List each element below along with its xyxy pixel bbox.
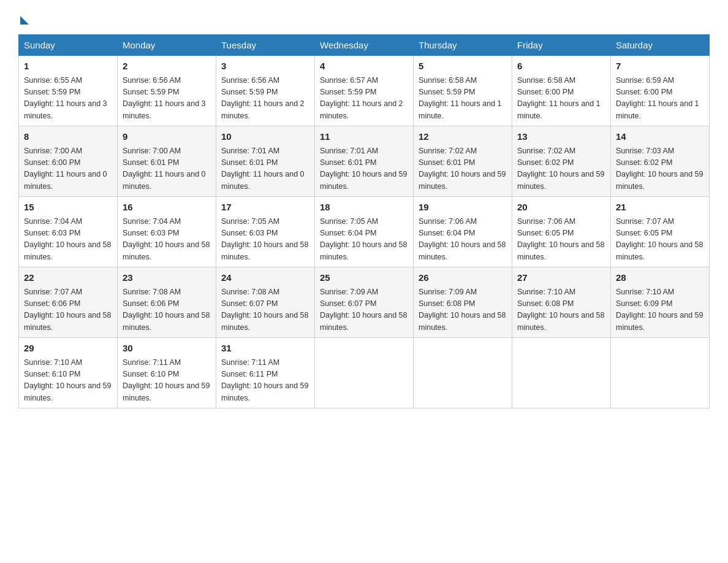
calendar-cell: 23Sunrise: 7:08 AMSunset: 6:06 PMDayligh…: [118, 267, 216, 338]
day-info: Sunrise: 7:00 AMSunset: 6:01 PMDaylight:…: [123, 145, 211, 193]
calendar-cell: 4Sunrise: 6:57 AMSunset: 5:59 PMDaylight…: [315, 56, 414, 126]
day-info: Sunrise: 7:02 AMSunset: 6:01 PMDaylight:…: [419, 145, 507, 193]
week-row-3: 15Sunrise: 7:04 AMSunset: 6:03 PMDayligh…: [19, 197, 710, 267]
day-info: Sunrise: 6:58 AMSunset: 6:00 PMDaylight:…: [517, 75, 605, 123]
day-number: 29: [24, 342, 112, 356]
column-header-friday: Friday: [512, 35, 611, 56]
day-number: 28: [616, 271, 704, 285]
calendar-cell: 7Sunrise: 6:59 AMSunset: 6:00 PMDaylight…: [611, 56, 710, 126]
day-number: 1: [24, 59, 112, 74]
calendar-cell: 31Sunrise: 7:11 AMSunset: 6:11 PMDayligh…: [216, 338, 315, 408]
day-info: Sunrise: 7:02 AMSunset: 6:02 PMDaylight:…: [517, 145, 605, 193]
week-row-4: 22Sunrise: 7:07 AMSunset: 6:06 PMDayligh…: [19, 267, 710, 338]
day-number: 27: [517, 271, 605, 285]
column-header-wednesday: Wednesday: [315, 35, 414, 56]
day-number: 17: [221, 201, 309, 215]
day-number: 9: [123, 130, 211, 144]
column-header-thursday: Thursday: [414, 35, 512, 56]
calendar-table: SundayMondayTuesdayWednesdayThursdayFrid…: [18, 34, 710, 408]
calendar-cell: 1Sunrise: 6:55 AMSunset: 5:59 PMDaylight…: [19, 56, 118, 126]
calendar-cell: 14Sunrise: 7:03 AMSunset: 6:02 PMDayligh…: [611, 126, 710, 197]
day-info: Sunrise: 7:09 AMSunset: 6:07 PMDaylight:…: [320, 286, 408, 334]
day-number: 6: [517, 59, 605, 74]
day-number: 10: [221, 130, 309, 144]
day-number: 23: [123, 271, 211, 285]
day-info: Sunrise: 7:08 AMSunset: 6:07 PMDaylight:…: [221, 286, 309, 334]
day-info: Sunrise: 7:01 AMSunset: 6:01 PMDaylight:…: [320, 145, 408, 193]
day-number: 26: [419, 271, 507, 285]
calendar-cell: [315, 338, 414, 408]
day-info: Sunrise: 6:56 AMSunset: 5:59 PMDaylight:…: [221, 75, 309, 123]
column-headers-row: SundayMondayTuesdayWednesdayThursdayFrid…: [19, 35, 710, 56]
column-header-sunday: Sunday: [19, 35, 118, 56]
day-number: 8: [24, 130, 112, 144]
day-number: 18: [320, 201, 408, 215]
day-number: 14: [616, 130, 704, 144]
day-info: Sunrise: 7:07 AMSunset: 6:06 PMDaylight:…: [24, 286, 112, 334]
calendar-cell: [414, 338, 512, 408]
day-info: Sunrise: 6:56 AMSunset: 5:59 PMDaylight:…: [123, 75, 211, 123]
day-info: Sunrise: 7:07 AMSunset: 6:05 PMDaylight:…: [616, 216, 704, 264]
calendar-cell: 11Sunrise: 7:01 AMSunset: 6:01 PMDayligh…: [315, 126, 414, 197]
calendar-cell: 21Sunrise: 7:07 AMSunset: 6:05 PMDayligh…: [611, 197, 710, 267]
day-info: Sunrise: 7:03 AMSunset: 6:02 PMDaylight:…: [616, 145, 704, 193]
day-number: 19: [419, 201, 507, 215]
day-number: 22: [24, 271, 112, 285]
day-info: Sunrise: 7:00 AMSunset: 6:00 PMDaylight:…: [24, 145, 112, 193]
day-number: 25: [320, 271, 408, 285]
logo-arrow-icon: [20, 16, 29, 25]
page-header: [18, 12, 710, 25]
day-number: 13: [517, 130, 605, 144]
day-number: 3: [221, 59, 309, 74]
day-number: 31: [221, 342, 309, 356]
calendar-cell: 26Sunrise: 7:09 AMSunset: 6:08 PMDayligh…: [414, 267, 512, 338]
day-info: Sunrise: 7:04 AMSunset: 6:03 PMDaylight:…: [123, 216, 211, 264]
calendar-cell: 3Sunrise: 6:56 AMSunset: 5:59 PMDaylight…: [216, 56, 315, 126]
day-number: 5: [419, 59, 507, 74]
week-row-2: 8Sunrise: 7:00 AMSunset: 6:00 PMDaylight…: [19, 126, 710, 197]
day-info: Sunrise: 7:08 AMSunset: 6:06 PMDaylight:…: [123, 286, 211, 334]
day-number: 21: [616, 201, 704, 215]
day-number: 30: [123, 342, 211, 356]
calendar-cell: [611, 338, 710, 408]
day-info: Sunrise: 7:09 AMSunset: 6:08 PMDaylight:…: [419, 286, 507, 334]
day-number: 11: [320, 130, 408, 144]
day-info: Sunrise: 6:57 AMSunset: 5:59 PMDaylight:…: [320, 75, 408, 123]
column-header-saturday: Saturday: [611, 35, 710, 56]
day-info: Sunrise: 7:10 AMSunset: 6:09 PMDaylight:…: [616, 286, 704, 334]
column-header-tuesday: Tuesday: [216, 35, 315, 56]
calendar-cell: 30Sunrise: 7:11 AMSunset: 6:10 PMDayligh…: [118, 338, 216, 408]
calendar-cell: 10Sunrise: 7:01 AMSunset: 6:01 PMDayligh…: [216, 126, 315, 197]
day-info: Sunrise: 6:58 AMSunset: 5:59 PMDaylight:…: [419, 75, 507, 123]
calendar-cell: [512, 338, 611, 408]
calendar-cell: 22Sunrise: 7:07 AMSunset: 6:06 PMDayligh…: [19, 267, 118, 338]
day-number: 4: [320, 59, 408, 74]
calendar-cell: 2Sunrise: 6:56 AMSunset: 5:59 PMDaylight…: [118, 56, 216, 126]
day-number: 20: [517, 201, 605, 215]
calendar-cell: 25Sunrise: 7:09 AMSunset: 6:07 PMDayligh…: [315, 267, 414, 338]
calendar-cell: 19Sunrise: 7:06 AMSunset: 6:04 PMDayligh…: [414, 197, 512, 267]
calendar-cell: 29Sunrise: 7:10 AMSunset: 6:10 PMDayligh…: [19, 338, 118, 408]
day-number: 16: [123, 201, 211, 215]
day-number: 7: [616, 59, 704, 74]
day-info: Sunrise: 6:55 AMSunset: 5:59 PMDaylight:…: [24, 75, 112, 123]
calendar-cell: 24Sunrise: 7:08 AMSunset: 6:07 PMDayligh…: [216, 267, 315, 338]
day-info: Sunrise: 7:10 AMSunset: 6:08 PMDaylight:…: [517, 286, 605, 334]
week-row-5: 29Sunrise: 7:10 AMSunset: 6:10 PMDayligh…: [19, 338, 710, 408]
calendar-cell: 27Sunrise: 7:10 AMSunset: 6:08 PMDayligh…: [512, 267, 611, 338]
day-number: 12: [419, 130, 507, 144]
week-row-1: 1Sunrise: 6:55 AMSunset: 5:59 PMDaylight…: [19, 56, 710, 126]
logo: [18, 12, 29, 25]
calendar-cell: 20Sunrise: 7:06 AMSunset: 6:05 PMDayligh…: [512, 197, 611, 267]
day-info: Sunrise: 7:10 AMSunset: 6:10 PMDaylight:…: [24, 357, 112, 405]
calendar-cell: 17Sunrise: 7:05 AMSunset: 6:03 PMDayligh…: [216, 197, 315, 267]
day-info: Sunrise: 6:59 AMSunset: 6:00 PMDaylight:…: [616, 75, 704, 123]
calendar-cell: 8Sunrise: 7:00 AMSunset: 6:00 PMDaylight…: [19, 126, 118, 197]
calendar-cell: 18Sunrise: 7:05 AMSunset: 6:04 PMDayligh…: [315, 197, 414, 267]
calendar-cell: 12Sunrise: 7:02 AMSunset: 6:01 PMDayligh…: [414, 126, 512, 197]
day-info: Sunrise: 7:06 AMSunset: 6:05 PMDaylight:…: [517, 216, 605, 264]
day-number: 15: [24, 201, 112, 215]
calendar-cell: 28Sunrise: 7:10 AMSunset: 6:09 PMDayligh…: [611, 267, 710, 338]
day-info: Sunrise: 7:04 AMSunset: 6:03 PMDaylight:…: [24, 216, 112, 264]
day-info: Sunrise: 7:06 AMSunset: 6:04 PMDaylight:…: [419, 216, 507, 264]
